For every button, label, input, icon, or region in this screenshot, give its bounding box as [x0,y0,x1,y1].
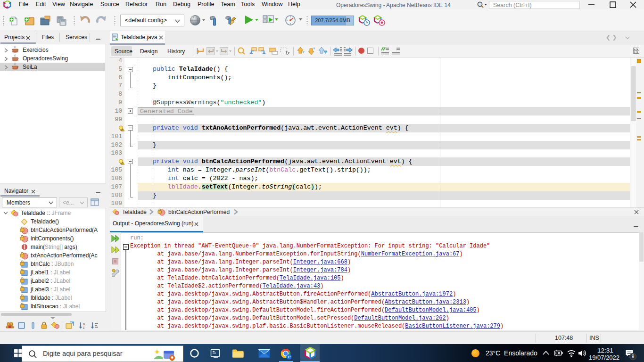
svg-text:a: a [83,322,85,326]
svg-text:P: P [288,355,291,359]
svg-text:z: z [83,326,85,329]
